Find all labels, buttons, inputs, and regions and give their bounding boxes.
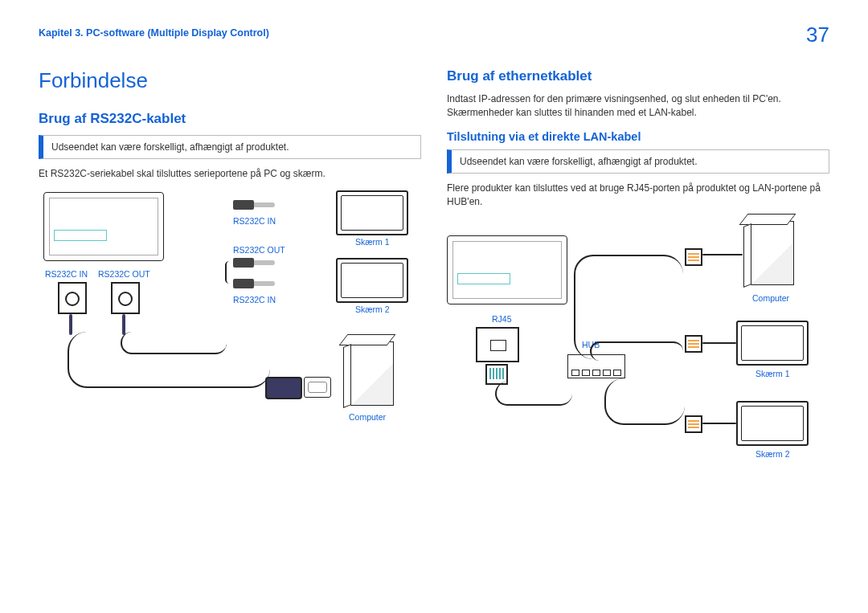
body-text: Et RS232C-seriekabel skal tilsluttes ser… [39, 167, 421, 181]
rj-plug-pc [685, 248, 702, 266]
label-rs232c-in-panel: RS232C IN [45, 269, 88, 279]
body-text-ethernet-intro: Indtast IP-adressen for den primære visn… [447, 92, 829, 121]
label-computer-eth: Computer [752, 293, 789, 303]
rj-plug-sk1 [685, 335, 702, 353]
sub-title-rs232c: Brug af RS232C-kablet [39, 111, 421, 127]
port-rs232c-in [58, 282, 87, 314]
jack-plug-3 [233, 277, 278, 290]
body-text-ethernet-hub: Flere produkter kan tilsluttes ved at br… [447, 182, 829, 210]
page-number: 37 [806, 22, 829, 47]
section-title-forbindelse: Forbindelse [39, 68, 421, 93]
label-rj45: RJ45 [492, 314, 512, 324]
note-box: Udseendet kan være forskelligt, afhængig… [39, 135, 421, 159]
label-skaerm2-eth: Skærm 2 [755, 449, 790, 459]
sub2-title-lan: Tilslutning via et direkte LAN-kabel [447, 130, 829, 143]
jack-plug-2 [233, 256, 278, 269]
monitor-skaerm1-eth [736, 321, 809, 366]
rj-plug-sk2 [685, 415, 702, 433]
label-skaerm1: Skærm 1 [355, 237, 390, 247]
ethernet-diagram: RJ45 HUB Computer Skærm 1 [447, 219, 829, 492]
port-rs232c-out [111, 282, 140, 314]
monitor-skaerm2-eth [736, 401, 809, 446]
label-skaerm2: Skærm 2 [355, 304, 390, 314]
label-rs232c-in-jack2: RS232C IN [233, 295, 276, 304]
label-rs232c-out-panel: RS232C OUT [98, 269, 150, 279]
monitor-skaerm1 [336, 190, 408, 235]
jack-plug-1 [233, 198, 278, 211]
left-column: Forbindelse Brug af RS232C-kablet Udseen… [39, 68, 421, 492]
rj45-port [476, 327, 519, 362]
serial-connector-icon [265, 377, 302, 399]
monitor-skaerm2 [336, 258, 408, 303]
pc-tower [350, 341, 394, 406]
pc-tower-eth [751, 221, 794, 285]
device-back-panel-eth [447, 235, 567, 304]
label-rs232c-out-jack: RS232C OUT [233, 245, 285, 255]
right-column: Brug af ethernetkablet Indtast IP-adress… [447, 68, 829, 492]
label-computer: Computer [349, 412, 386, 422]
label-skaerm1-eth: Skærm 1 [755, 369, 790, 378]
device-back-panel [43, 192, 164, 261]
rs232c-diagram: RS232C IN RS232C OUT RS232C IN RS232C OU… [39, 190, 421, 447]
sub-title-ethernet: Brug af ethernetkablet [447, 68, 829, 84]
chapter-label: Kapitel 3. PC-software (Multiple Display… [39, 27, 269, 39]
label-rs232c-in-jack1: RS232C IN [233, 216, 276, 226]
note-box-ethernet: Udseendet kan være forskelligt, afhængig… [447, 149, 829, 174]
